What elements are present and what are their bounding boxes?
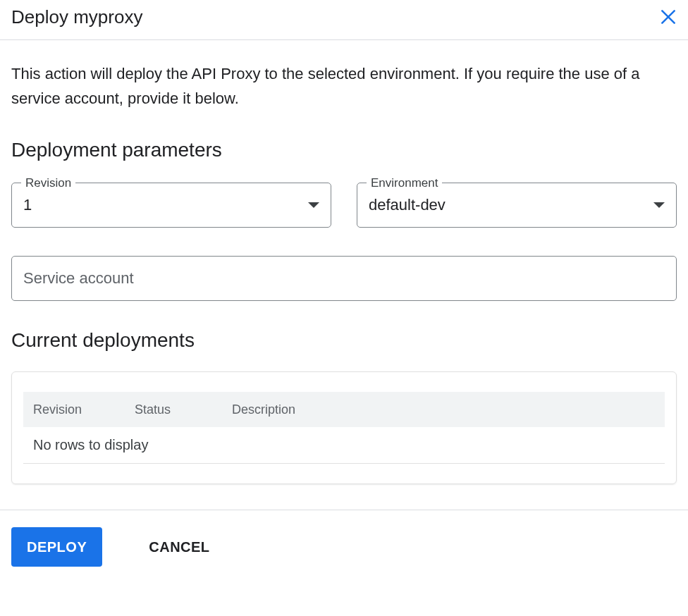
deployments-table-head: Revision Status Description [23, 392, 665, 427]
environment-select[interactable]: Environment default-dev [357, 183, 677, 228]
dialog-content: This action will deploy the API Proxy to… [0, 40, 688, 510]
chevron-down-icon [653, 202, 665, 208]
environment-label: Environment [367, 176, 442, 190]
dialog-footer: DEPLOY CANCEL [0, 510, 688, 569]
close-icon [659, 8, 677, 26]
revision-field-wrap: Revision 1 [11, 183, 331, 228]
cancel-button[interactable]: CANCEL [133, 527, 225, 567]
service-account-input[interactable] [23, 257, 665, 300]
service-account-row [11, 256, 677, 301]
current-deployments-title: Current deployments [11, 329, 677, 352]
service-account-field-wrap [11, 256, 677, 301]
deployments-table-body: No rows to display [23, 427, 665, 464]
deployments-table-card: Revision Status Description No rows to d… [11, 371, 677, 484]
deployment-parameters-title: Deployment parameters [11, 139, 677, 161]
environment-value: default-dev [369, 196, 653, 214]
col-header-status: Status [135, 402, 190, 417]
revision-label: Revision [21, 176, 75, 190]
revision-select[interactable]: Revision 1 [11, 183, 331, 228]
dialog-description: This action will deploy the API Proxy to… [11, 61, 677, 111]
dialog-header: Deploy myproxy [0, 0, 688, 40]
parameters-row: Revision 1 Environment default-dev [11, 183, 677, 228]
revision-value: 1 [23, 196, 308, 214]
environment-field-wrap: Environment default-dev [357, 183, 677, 228]
empty-message: No rows to display [33, 437, 148, 453]
dialog-title: Deploy myproxy [11, 6, 142, 28]
col-header-description: Description [232, 402, 655, 417]
service-account-field[interactable] [11, 256, 677, 301]
chevron-down-icon [308, 202, 319, 208]
deploy-button[interactable]: DEPLOY [11, 527, 102, 567]
col-header-revision: Revision [33, 402, 92, 417]
close-button[interactable] [654, 3, 682, 31]
